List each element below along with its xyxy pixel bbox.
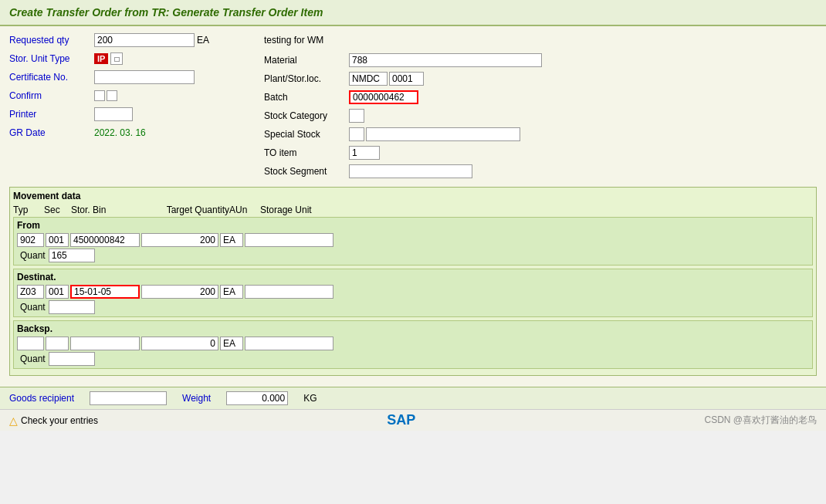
stor-loc-input[interactable] [389, 72, 424, 86]
stock-category-label: Stock Category [264, 110, 349, 121]
goods-recipient-label: Goods recipient [9, 393, 74, 404]
backsp-sec-input[interactable] [46, 337, 69, 350]
watermark-text: CSDN @喜欢打酱油的老鸟 [704, 414, 817, 427]
warning-text: Check your entries [21, 415, 98, 426]
footer-bar: Goods recipient Weight KG [0, 387, 826, 409]
movement-data-title: Movement data [13, 191, 813, 201]
backsp-title: Backsp. [17, 323, 809, 334]
gr-date-value: 2022. 03. 16 [94, 127, 146, 138]
from-section: From Quant [13, 217, 813, 266]
material-input[interactable] [349, 53, 542, 67]
weight-value-input[interactable] [226, 391, 288, 405]
backsp-data-row [17, 337, 809, 350]
header-sec: Sec [44, 205, 71, 215]
confirm-checkbox-2[interactable] [107, 90, 117, 101]
requested-qty-unit: EA [197, 35, 209, 46]
destinat-quant-label: Quant [20, 302, 46, 313]
warning-icon: △ [9, 414, 18, 427]
destinat-data-row [17, 285, 809, 299]
batch-input[interactable] [349, 90, 418, 104]
from-quant-input[interactable] [49, 249, 95, 262]
stock-segment-label: Stock Segment [264, 166, 349, 177]
header-su: Storage Unit [260, 205, 353, 215]
from-qty-input[interactable] [141, 233, 218, 247]
from-su-input[interactable] [245, 233, 333, 247]
destinat-quant-input[interactable] [49, 300, 95, 314]
destinat-su-input[interactable] [245, 285, 333, 299]
weight-unit: KG [303, 393, 317, 404]
backsp-quant-row: Quant [17, 352, 809, 366]
from-quant-row: Quant [17, 249, 809, 262]
from-data-row [17, 233, 809, 247]
backsp-su-input[interactable] [245, 337, 333, 350]
to-item-input[interactable] [349, 146, 380, 160]
sap-logo: SAP [387, 412, 415, 428]
printer-label: Printer [9, 109, 94, 120]
stor-unit-type-label: Stor. Unit Type [9, 53, 94, 64]
status-bar: △ Check your entries SAP CSDN @喜欢打酱油的老鸟 [0, 409, 826, 431]
from-quant-label: Quant [20, 250, 46, 261]
header-aun: AUn [229, 205, 260, 215]
goods-recipient-input[interactable] [90, 391, 167, 405]
confirm-label: Confirm [9, 90, 94, 101]
title-bar: Create Transfer Order from TR: Generate … [0, 0, 826, 26]
from-aun-input[interactable] [220, 233, 243, 247]
from-bin-input[interactable] [70, 233, 140, 247]
gr-date-label: GR Date [9, 127, 94, 138]
stor-unit-type-icon[interactable]: □ [110, 52, 123, 65]
warning-message: △ Check your entries [9, 414, 98, 427]
movement-data-header: Typ Sec Stor. Bin Target Quantity AUn St… [13, 205, 813, 215]
requested-qty-input[interactable] [94, 33, 195, 47]
destinat-typ-input[interactable] [17, 285, 44, 299]
plant-stor-loc-label: Plant/Stor.loc. [264, 73, 349, 84]
certificate-no-label: Certificate No. [9, 72, 94, 83]
destinat-bin-input[interactable] [70, 285, 140, 299]
header-stor-bin: Stor. Bin [71, 205, 144, 215]
confirm-checkbox-1[interactable] [94, 90, 105, 101]
material-label: Material [264, 55, 349, 66]
backsp-aun-input[interactable] [220, 337, 243, 350]
special-stock-desc-input[interactable] [366, 127, 520, 141]
to-item-label: TO item [264, 147, 349, 158]
from-sec-input[interactable] [46, 233, 69, 247]
backsp-bin-input[interactable] [70, 337, 140, 350]
destinat-qty-input[interactable] [141, 285, 218, 299]
printer-input[interactable] [94, 107, 133, 121]
from-title: From [17, 220, 809, 231]
destinat-sec-input[interactable] [46, 285, 69, 299]
destinat-quant-row: Quant [17, 300, 809, 314]
special-stock-label: Special Stock [264, 129, 349, 140]
special-stock-input[interactable] [349, 127, 364, 141]
destinat-section: Destinat. Quant [13, 269, 813, 317]
stor-unit-type-badge: IP [94, 53, 108, 64]
backsp-qty-input[interactable] [141, 337, 218, 350]
backsp-quant-label: Quant [20, 353, 46, 364]
weight-label: Weight [182, 393, 211, 404]
header-typ: Typ [13, 205, 44, 215]
batch-label: Batch [264, 92, 349, 103]
destinat-title: Destinat. [17, 272, 809, 282]
plant-input[interactable] [349, 72, 388, 86]
destinat-aun-input[interactable] [220, 285, 243, 299]
from-typ-input[interactable] [17, 233, 44, 247]
backsp-typ-input[interactable] [17, 337, 44, 350]
certificate-no-input[interactable] [94, 70, 195, 84]
movement-data-section: Movement data Typ Sec Stor. Bin Target Q… [9, 187, 817, 376]
page-title: Create Transfer Order from TR: Generate … [9, 6, 817, 19]
stock-category-input[interactable] [349, 109, 364, 123]
testing-text: testing for WM [264, 35, 323, 46]
requested-qty-label: Requested qty [9, 35, 94, 46]
backsp-quant-input[interactable] [49, 352, 95, 366]
backsp-section: Backsp. Quant [13, 320, 813, 369]
stock-segment-input[interactable] [349, 164, 472, 178]
header-target-qty: Target Quantity [144, 205, 229, 215]
